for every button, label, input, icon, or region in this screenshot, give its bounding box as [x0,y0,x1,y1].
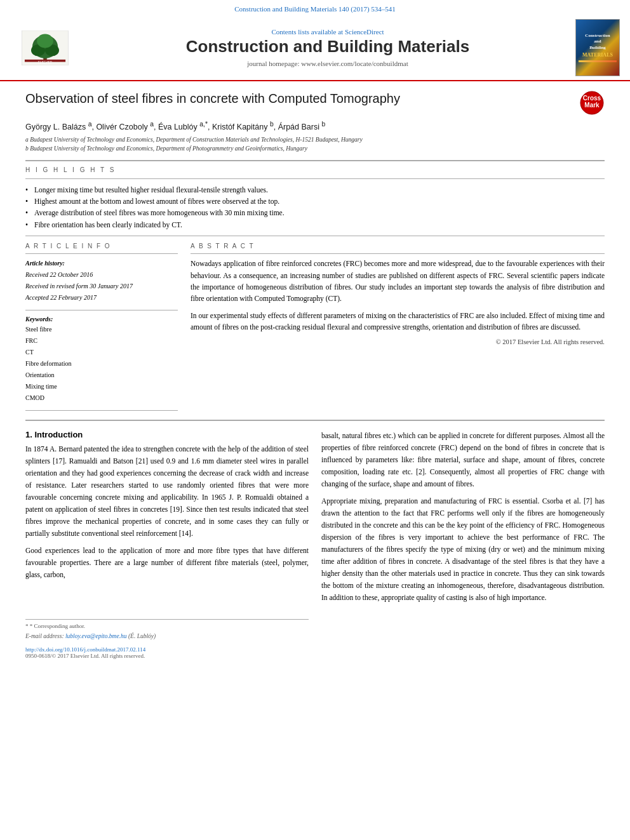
intro-paragraph-2: Good experiences lead to the application… [25,545,309,581]
crossmark-icon: Cross Mark [579,90,605,116]
intro-paragraph-1: In 1874 A. Bernard patented the idea to … [25,443,309,540]
abstract-paragraph-2: In our experimental study effects of dif… [191,310,605,333]
svg-text:Mark: Mark [584,102,600,109]
intro-col2-paragraph-2: Appropriate mixing, preparation and manu… [321,495,605,604]
journal-title: Construction and Building Materials [80,37,575,57]
svg-text:ELSEVIER: ELSEVIER [38,61,53,64]
highlights-label: H I G H L I G H T S [25,166,605,173]
keyword: Mixing time [25,381,178,392]
journal-homepage: journal homepage: www.elsevier.com/locat… [80,60,575,67]
keyword: FRC [25,335,178,347]
journal-reference: Construction and Building Materials 140 … [0,0,630,15]
accepted-date: Accepted 22 February 2017 [25,292,178,303]
intro-col2-paragraph-1: basalt, natural fibres etc.) which can b… [321,430,605,490]
page: Construction and Building Materials 140 … [0,0,630,840]
authors-line: György L. Balázs a, Olivér Czoboly a, Év… [25,121,605,131]
issn-text: 0950-0618/© 2017 Elsevier Ltd. All right… [25,653,309,659]
elsevier-tree-icon: ELSEVIER [20,30,70,65]
copyright-text: © 2017 Elsevier Ltd. All rights reserved… [191,338,605,345]
abstract-label: A B S T R A C T [191,243,605,250]
introduction-heading: 1. Introduction [25,430,309,439]
doi-area: http://dx.doi.org/10.1016/j.conbuildmat.… [25,646,309,659]
footnote-area: * * Corresponding author. E-mail address… [25,619,309,641]
svg-text:Cross: Cross [583,95,601,102]
svg-point-5 [37,34,53,48]
revised-date: Received in revised form 30 January 2017 [25,281,178,292]
footnote-star-note: * * Corresponding author. [25,622,309,631]
elsevier-logo: ELSEVIER [10,30,80,65]
keywords-list: Steel fibre FRC CT Fibre deformation Ori… [25,324,178,404]
article-history: Article history: Received 22 October 201… [25,258,178,303]
affiliations: a Budapest University of Technology and … [25,135,605,154]
affiliation-a: a Budapest University of Technology and … [25,135,605,144]
highlights-divider-top [25,178,605,179]
history-title: Article history: [25,258,178,269]
header-center: Contents lists available at ScienceDirec… [80,28,575,67]
keyword: Fibre deformation [25,358,178,370]
body-col-right: basalt, natural fibres etc.) which can b… [321,430,605,658]
body-section: 1. Introduction In 1874 A. Bernard paten… [25,430,605,658]
sciencedirect-text: Contents lists available at ScienceDirec… [80,28,575,36]
abstract-paragraph-1: Nowadays application of fibre reinforced… [191,258,605,305]
body-divider [25,420,605,421]
list-item: Longer mixing time but resulted higher r… [25,184,605,196]
journal-ref-text: Construction and Building Materials 140 … [234,5,396,13]
doi-link: http://dx.doi.org/10.1016/j.conbuildmat.… [25,646,309,653]
keyword: Orientation [25,370,178,381]
divider [25,160,605,161]
list-item: Fibre orientation has been clearly indic… [25,219,605,230]
highlights-divider-bottom [25,236,605,236]
article-title-section: Observation of steel fibres in concrete … [25,90,605,116]
info-abstract-section: A R T I C L E I N F O Article history: R… [25,243,605,415]
body-col-left: 1. Introduction In 1874 A. Bernard paten… [25,430,309,658]
affiliation-b: b Budapest University of Technology and … [25,144,605,153]
keyword: CT [25,347,178,358]
abstract-col: A B S T R A C T Nowadays application of … [191,243,605,415]
list-item: Average distribution of steel fibres was… [25,207,605,218]
keywords-title: Keywords: [25,316,178,323]
received-date: Received 22 October 2016 [25,269,178,281]
cover-materials-label: MATERIALS [582,52,613,58]
article-info-col: A R T I C L E I N F O Article history: R… [25,243,178,415]
keyword: Steel fibre [25,324,178,335]
main-content: Observation of steel fibres in concrete … [0,81,630,668]
list-item: Highest amount at the bottom and lowest … [25,196,605,207]
keyword: CMOD [25,392,178,404]
journal-cover: Construction and Building MATERIALS [575,19,620,76]
highlights-list: Longer mixing time but resulted higher r… [25,184,605,231]
article-title: Observation of steel fibres in concrete … [25,90,566,107]
header-banner: ELSEVIER Contents lists available at Sci… [0,15,630,81]
article-info-label: A R T I C L E I N F O [25,243,178,250]
footnote-email: E-mail address: lubloy.eva@epito.bme.hu … [25,632,309,641]
